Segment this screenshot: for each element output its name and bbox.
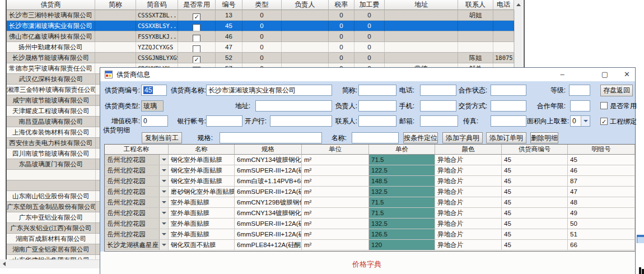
project-combo-cell[interactable]: 岳州北控花园	[105, 229, 169, 240]
list-item[interactable]	[7, 180, 100, 191]
common-checkbox[interactable]	[193, 35, 200, 42]
price-cell[interactable]: 132.5	[369, 187, 435, 197]
detail-id-cell[interactable]: 87	[568, 176, 635, 187]
supplier-row-cell-common[interactable]	[178, 21, 216, 31]
color-cell[interactable]: 异地合片	[435, 219, 502, 229]
supplier-row-cell-common[interactable]: ✓	[178, 53, 216, 63]
supplier-row-cell-id[interactable]: 52	[216, 53, 242, 63]
fax-input[interactable]	[491, 115, 526, 127]
grid-vertical-scrollbar[interactable]	[514, 0, 523, 74]
maximize-button[interactable]: ▢	[591, 68, 618, 81]
is-common-checkbox[interactable]	[600, 102, 608, 109]
close-button[interactable]: ✕	[618, 68, 636, 81]
project-bind-checkbox[interactable]: ✓	[600, 118, 608, 125]
supplier-row-cell-contact[interactable]	[458, 31, 493, 42]
supplier-row-cell-manager[interactable]	[282, 31, 329, 42]
grade-input[interactable]	[569, 85, 590, 96]
spec-cell[interactable]: 6mmCNY134镀膜钢化	[235, 208, 302, 219]
supplier-row-cell-type[interactable]: 0	[242, 10, 282, 21]
list-item[interactable]: 东晶玻璃厦门有限公司	[7, 159, 100, 170]
supplier-id-cell[interactable]: 45	[502, 208, 568, 219]
supplier-row-cell-code[interactable]: CSSSXTZBL...	[136, 10, 178, 21]
supplier-row-cell-phone[interactable]	[493, 31, 514, 42]
list-item[interactable]: 四川南玻节能玻璃有限公司	[7, 148, 100, 159]
unit-cell[interactable]: m²	[302, 229, 369, 240]
minimize-button[interactable]: –	[549, 68, 576, 81]
list-item[interactable]: 广东中亚铝业有限公司	[7, 212, 100, 223]
supplier-id-cell[interactable]: 45	[502, 155, 568, 165]
name-cell[interactable]: 室外单面贴膜	[169, 208, 235, 219]
price-cell[interactable]: 71.5	[369, 197, 435, 208]
common-checkbox[interactable]: ✓	[193, 56, 200, 63]
supplier-id-cell[interactable]: 45	[502, 229, 568, 240]
unit-cell[interactable]: m²	[302, 165, 369, 176]
price-cell[interactable]: 71.5	[369, 208, 435, 219]
spec-cell[interactable]: 6mmPLE84+12A(硅酮胶...	[235, 240, 302, 250]
name-cell[interactable]: 室外单面贴膜	[169, 197, 235, 208]
color-cell[interactable]: 异地合片	[435, 187, 502, 197]
supplier-row-cell-phone[interactable]	[493, 21, 514, 31]
supplier-row-cell-common[interactable]	[178, 42, 216, 53]
price-cell[interactable]: 148.5	[369, 176, 435, 187]
supplier-row-cell-phone[interactable]	[493, 42, 514, 53]
supplier-row-cell-id[interactable]: 47	[216, 42, 242, 53]
supplier-row-cell-type[interactable]: 0	[242, 31, 282, 42]
supplier-row-cell-common[interactable]: ✓	[178, 10, 216, 21]
spec-filter-input[interactable]	[220, 132, 322, 143]
unit-cell[interactable]: m²	[302, 155, 369, 165]
list-item[interactable]: 湘潭三金特种玻璃有限责任公司	[7, 85, 100, 95]
project-dropdown-icon[interactable]	[159, 208, 168, 218]
supplier-row-cell-phone[interactable]: 180751	[493, 53, 514, 63]
supplier-row-cell-short_name[interactable]	[95, 42, 136, 53]
area-round-up-dropdown-icon[interactable]	[581, 116, 590, 126]
supplier-row-cell-short_name[interactable]	[95, 21, 136, 31]
detail-id-cell[interactable]: 49	[568, 208, 635, 219]
supplier-row-cell-code[interactable]: FSSYXBLKJ...	[136, 31, 178, 42]
supplier-row-cell-code[interactable]: CSSXXBLSY...	[136, 21, 178, 31]
detail-id-cell[interactable]: 47	[568, 187, 635, 197]
color-cell[interactable]: 异地合片	[435, 176, 502, 187]
save-return-button[interactable]: 存盘返回	[600, 85, 633, 96]
area-round-up-input[interactable]: 0	[570, 115, 590, 127]
supplier-row-cell-type[interactable]: 0	[242, 21, 282, 31]
spec-cell[interactable]: 6mmCNY134镀膜钢化	[235, 155, 302, 165]
copy-current-project-button[interactable]: 复制当前工程	[142, 132, 182, 143]
supplier-row-cell-id[interactable]: 13	[216, 10, 242, 21]
locate-by-condition-button[interactable]: 按条件定位	[403, 132, 438, 143]
supplier-row-cell-address[interactable]	[385, 31, 458, 42]
supplier-row-cell-id[interactable]: 45	[216, 21, 242, 31]
supplier-row-cell-phone[interactable]	[493, 10, 514, 21]
list-item[interactable]: 山东南山铝业股份有限公司	[7, 191, 100, 202]
project-dropdown-icon[interactable]	[159, 197, 168, 207]
supplier-row-cell-tax[interactable]: 0	[329, 10, 354, 21]
supplier-row-cell-address[interactable]	[385, 21, 458, 31]
supplier-row-cell-supplier[interactable]: 扬州中勤建材有限公司	[7, 42, 95, 53]
spec-cell[interactable]: 6mmCNY129B镀膜钢化	[235, 197, 302, 208]
detail-id-cell[interactable]: 50	[568, 219, 635, 229]
supplier-row-cell-id[interactable]: 46	[216, 31, 242, 42]
supplier-row-cell-manager[interactable]	[282, 53, 329, 63]
project-combo-cell[interactable]: 岳州北控花园	[105, 155, 169, 165]
supplier-row-cell-code[interactable]: CSSGJNBLYXGS	[136, 53, 178, 63]
supplier-row-cell-tax[interactable]: 0	[329, 53, 354, 63]
detail-id-cell[interactable]: 45	[568, 155, 635, 165]
scroll-left-arrow-icon[interactable]	[0, 259, 9, 268]
coop-status-input[interactable]	[491, 85, 526, 96]
supplier-row-cell-common[interactable]	[178, 31, 216, 42]
supplier-row-cell-short_name[interactable]	[95, 10, 136, 21]
supplier-row-cell-address[interactable]	[385, 10, 458, 21]
project-combo-cell[interactable]: 岳州北控花园	[105, 208, 169, 219]
supplier-row-cell-manager[interactable]	[282, 21, 329, 31]
supplier-type-input[interactable]: 玻璃	[141, 100, 164, 112]
supplier-row-cell-fee[interactable]: 0	[354, 53, 385, 63]
spec-cell[interactable]: 6mmSUPER-III+12A(硅...	[235, 219, 302, 229]
price-cell[interactable]: 132.5	[369, 219, 435, 229]
list-item[interactable]: 湖南百成新材料有限公司	[7, 234, 100, 244]
unit-cell[interactable]: m²	[302, 197, 369, 208]
detail-id-cell[interactable]: 46	[568, 165, 635, 176]
list-item[interactable]: 上海优泰装饰材料有限公司	[7, 127, 100, 138]
supplier-row-cell-supplier[interactable]: 佛山市亿鑫玻璃科技有限公司	[7, 31, 95, 42]
supplier-row-cell-supplier[interactable]: 常德市昊宇玻璃有限责任公司	[7, 63, 95, 74]
supplier-row-cell-contact[interactable]: 胡姐	[458, 10, 493, 21]
coop-years-input[interactable]	[570, 100, 590, 112]
